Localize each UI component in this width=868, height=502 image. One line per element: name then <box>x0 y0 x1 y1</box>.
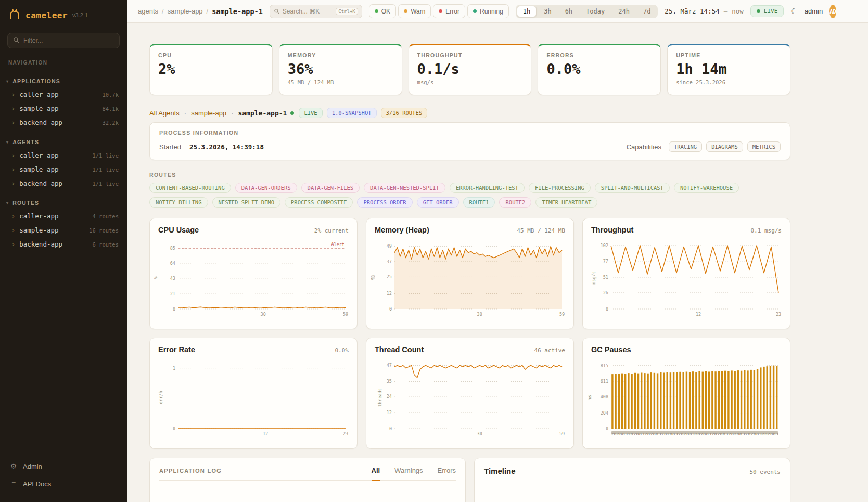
route-chip-route2[interactable]: ROUTE2 <box>499 197 531 208</box>
svg-text:59: 59 <box>559 431 565 436</box>
sidebar-section-title[interactable]: ▾APPLICATIONS <box>0 76 127 87</box>
log-tab-errors[interactable]: Errors <box>438 467 456 481</box>
sidebar-item-caller-app[interactable]: ›caller-app4 routes <box>0 209 127 223</box>
timeline-title: Timeline <box>484 467 516 475</box>
stat-sub: msg/s <box>417 79 523 85</box>
chart-title: Throughput <box>591 226 633 234</box>
sidebar-item-caller-app[interactable]: ›caller-app10.7k <box>0 87 127 101</box>
sidebar-item-api-docs[interactable]: ≡ API Docs <box>8 476 119 492</box>
svg-text:0: 0 <box>389 426 392 431</box>
sidebar-item-badge: 6 routes <box>92 241 119 248</box>
top-bar: agents / sample-app / sample-app-1 Ctrl+… <box>127 0 868 23</box>
y-axis-unit: err/h <box>158 391 163 404</box>
svg-text:102: 102 <box>601 243 608 248</box>
stat-value: 0.1/s <box>417 61 523 77</box>
agent-bar-sample-app[interactable]: sample-app <box>191 109 226 117</box>
started-label: Started <box>159 143 181 151</box>
agent-bar-all-agents[interactable]: All Agents <box>149 109 180 117</box>
sidebar-section-title[interactable]: ▾ROUTES <box>0 198 127 209</box>
svg-text:26: 26 <box>603 290 608 295</box>
svg-text:1: 1 <box>173 366 175 371</box>
time-range-24h[interactable]: 24h <box>612 6 636 17</box>
chart-title: Error Rate <box>158 345 195 354</box>
live-dot-icon <box>757 9 760 13</box>
search-icon <box>274 7 279 16</box>
sidebar-item-backend-app[interactable]: ›backend-app32.2k <box>0 115 127 130</box>
sidebar-item-label: caller-app <box>19 151 58 159</box>
caret-down-icon: ▾ <box>6 140 9 145</box>
stat-value: 1h 14m <box>676 61 782 77</box>
time-range-1h[interactable]: 1h <box>517 6 537 17</box>
time-range-7d[interactable]: 7d <box>637 6 657 17</box>
time-range-3h[interactable]: 3h <box>538 6 557 17</box>
breadcrumb-agents[interactable]: agents <box>138 7 158 15</box>
time-range-display[interactable]: 25. März 14:54 — now <box>665 7 743 15</box>
sidebar-section-routes: ▾ROUTES›caller-app4 routes›sample-app16 … <box>0 198 127 251</box>
time-range-6h[interactable]: 6h <box>559 6 579 17</box>
svg-text:59: 59 <box>343 312 348 317</box>
route-chip-file-processing[interactable]: FILE-PROCESSING <box>529 183 591 193</box>
sidebar-sections: ▾APPLICATIONS›caller-app10.7k›sample-app… <box>0 69 127 251</box>
stat-label: CPU <box>158 52 264 58</box>
time-range-today[interactable]: Today <box>580 6 611 17</box>
avatar[interactable]: AD <box>829 5 836 18</box>
route-chip-notify-warehouse[interactable]: NOTIFY-WAREHOUSE <box>674 183 739 193</box>
route-chip-process-composite[interactable]: PROCESS-COMPOSITE <box>285 197 353 208</box>
route-chip-split-and-multicast[interactable]: SPLIT-AND-MULTICAST <box>595 183 670 193</box>
svg-text:59: 59 <box>559 312 565 317</box>
svg-text:0: 0 <box>606 426 608 431</box>
breadcrumb-sample-app[interactable]: sample-app <box>168 7 203 15</box>
search-input[interactable] <box>283 8 333 15</box>
svg-text:12: 12 <box>263 431 268 436</box>
route-chip-process-order[interactable]: PROCESS-ORDER <box>357 197 412 208</box>
route-chip-content-based-routing[interactable]: CONTENT-BASED-ROUTING <box>149 183 231 193</box>
date-time-label: 25. März 14:54 <box>665 7 719 15</box>
sidebar-item-caller-app[interactable]: ›caller-app1/1 live <box>0 148 127 162</box>
sidebar-filter[interactable] <box>7 33 120 48</box>
status-filter-ok[interactable]: OK <box>369 4 396 18</box>
route-chip-data-gen-orders[interactable]: DATA-GEN-ORDERS <box>235 183 297 193</box>
user-name: admin <box>805 7 823 15</box>
sidebar-item-admin[interactable]: ⚙ Admin <box>8 458 119 474</box>
route-chip-route1[interactable]: ROUTE1 <box>463 197 495 208</box>
badge-1-0-snapshot: 1.0-SNAPSHOT <box>327 108 377 118</box>
svg-text:611: 611 <box>601 379 608 384</box>
sidebar-section-title[interactable]: ▾AGENTS <box>0 137 127 148</box>
sidebar-item-badge: 32.2k <box>102 120 119 126</box>
status-filter-running[interactable]: Running <box>467 4 509 18</box>
app-name: cameleer <box>25 10 68 20</box>
dark-mode-toggle[interactable]: ☾ <box>790 4 797 19</box>
sidebar-item-label: caller-app <box>19 91 58 98</box>
sidebar-item-sample-app[interactable]: ›sample-app1/1 live <box>0 162 127 176</box>
chevron-right-icon: › <box>11 120 15 126</box>
route-chip-nested-split-demo[interactable]: NESTED-SPLIT-DEMO <box>212 197 280 208</box>
status-filter-warn[interactable]: Warn <box>398 4 431 18</box>
chart-current-value: 45 MB / 124 MB <box>517 227 565 234</box>
sidebar-item-sample-app[interactable]: ›sample-app84.1k <box>0 101 127 115</box>
sidebar-footer: ⚙ Admin ≡ API Docs <box>0 453 127 502</box>
route-chip-timer-heartbeat[interactable]: TIMER-HEARTBEAT <box>535 197 597 208</box>
route-chip-notify-billing[interactable]: NOTIFY-BILLING <box>149 197 208 208</box>
charts-grid: CPU Usage 2% current % 8564432103059Aler… <box>149 218 790 449</box>
route-chip-data-gen-files[interactable]: DATA-GEN-FILES <box>301 183 360 193</box>
svg-text:0: 0 <box>173 426 175 431</box>
sidebar-item-label: backend-app <box>19 119 62 126</box>
route-chip-data-gen-nested-split[interactable]: DATA-GEN-NESTED-SPLIT <box>364 183 445 193</box>
sidebar-item-sample-app[interactable]: ›sample-app16 routes <box>0 223 127 237</box>
filter-input[interactable] <box>23 37 114 44</box>
route-chip-error-handling-test[interactable]: ERROR-HANDLING-TEST <box>450 183 525 193</box>
svg-text:30: 30 <box>261 312 266 317</box>
global-search[interactable]: Ctrl+K <box>270 5 362 18</box>
svg-text:30: 30 <box>477 431 482 436</box>
chevron-right-icon: › <box>11 92 15 98</box>
status-filter-error[interactable]: Error <box>433 4 465 18</box>
log-tab-warnings[interactable]: Warnings <box>394 467 423 481</box>
sidebar-item-backend-app[interactable]: ›backend-app6 routes <box>0 237 127 251</box>
sidebar-item-backend-app[interactable]: ›backend-app1/1 live <box>0 176 127 190</box>
live-toggle[interactable]: LIVE <box>750 5 784 17</box>
route-chip-get-order[interactable]: GET-ORDER <box>417 197 459 208</box>
log-tab-all[interactable]: All <box>372 467 380 481</box>
chart-title: GC Pauses <box>591 345 631 354</box>
sidebar-item-badge: 1/1 live <box>92 181 119 187</box>
logo: cameleer v3.2.1 <box>0 0 127 27</box>
